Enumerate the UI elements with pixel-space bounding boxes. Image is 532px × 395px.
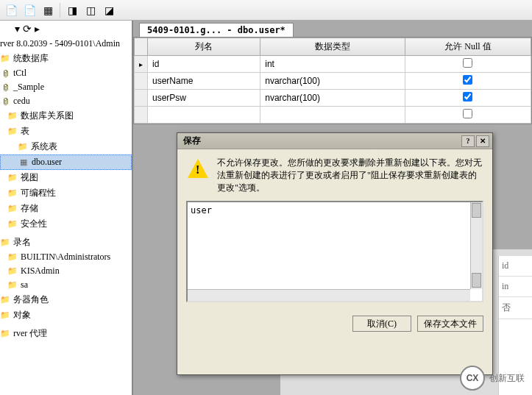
cell-column-name[interactable]: userName [148, 73, 260, 90]
tree-item-label: tCtl [13, 68, 26, 79]
server-label: rver 8.0.2039 - 5409-0101\Admin [0, 38, 120, 49]
tree-item-label: KISAdmin [21, 266, 60, 277]
table-row[interactable]: userPswnvarchar(100) [135, 90, 531, 107]
dialog-button-row: 取消(C) 保存文本文件 [177, 310, 492, 338]
list-scrollbar-horizontal[interactable] [188, 289, 470, 301]
db-icon [0, 96, 10, 107]
scroll-down-icon[interactable] [472, 273, 481, 288]
toolbar-btn-3[interactable]: ▦ [40, 2, 56, 18]
tree-item-label: BUILTIN\Administrators [21, 252, 110, 263]
toolbar-btn-6[interactable]: ◪ [101, 2, 117, 18]
cell-allow-null[interactable] [405, 107, 531, 124]
grid-table: 列名 数据类型 允许 Null 值 idintuserNamenvarchar(… [134, 38, 531, 124]
nav-right-icon[interactable]: ▸ [35, 23, 40, 35]
toolbar-btn-1[interactable]: 📄 [3, 2, 19, 18]
folder-icon [7, 204, 18, 214]
tree-item[interactable]: 系统表 [0, 139, 132, 154]
folder-icon [0, 329, 10, 339]
table-row[interactable] [135, 107, 531, 124]
tab-designer[interactable]: 5409-0101.g... - dbo.user* [139, 23, 294, 37]
tree-item[interactable]: 统数据库 [0, 51, 132, 66]
table-row[interactable]: userNamenvarchar(100) [135, 73, 531, 90]
row-selector[interactable] [135, 90, 148, 107]
dialog-message: 不允许保存更改。您所做的更改要求删除并重新创建以下表。您对无法重新创建的表进行了… [217, 157, 483, 193]
cell-allow-null[interactable] [405, 73, 531, 90]
col-header-type[interactable]: 数据类型 [260, 38, 405, 56]
tree-item[interactable]: 数据库关系图 [0, 108, 132, 124]
db-icon [0, 82, 10, 93]
warning-icon [186, 157, 210, 180]
tree-item[interactable]: BUILTIN\Administrators [0, 250, 132, 264]
allow-null-checkbox[interactable] [463, 75, 472, 85]
cell-data-type[interactable]: int [260, 56, 405, 73]
prop-cell-c: 否 [499, 297, 532, 319]
save-text-file-button[interactable]: 保存文本文件 [417, 316, 483, 332]
tree-item[interactable]: 存储 [0, 201, 132, 216]
logo-text: 创新互联 [489, 372, 525, 385]
list-scrollbar-vertical[interactable] [470, 202, 482, 289]
allow-null-checkbox[interactable] [463, 58, 472, 68]
tree-item[interactable]: 表 [0, 124, 132, 139]
cell-column-name[interactable] [148, 107, 260, 124]
toolbar-btn-4[interactable]: ◨ [64, 2, 80, 18]
folder-icon [7, 111, 18, 121]
help-button[interactable]: ? [461, 135, 475, 147]
tree-item[interactable]: 安全性 [0, 216, 132, 232]
scroll-up-icon[interactable] [472, 203, 481, 218]
col-header-name[interactable]: 列名 [148, 38, 260, 56]
folder-icon [0, 54, 10, 64]
object-explorer: ▾ ⟳ ▸ rver 8.0.2039 - 5409-0101\Admin 统数… [0, 21, 133, 395]
dialog-titlebar[interactable]: 保存 ? ✕ [177, 133, 492, 149]
cell-column-name[interactable]: id [148, 56, 260, 73]
allow-null-checkbox[interactable] [463, 109, 472, 118]
row-selector[interactable] [135, 73, 148, 90]
allow-null-checkbox[interactable] [463, 92, 472, 102]
tree-item[interactable]: 务器角色 [0, 292, 132, 307]
tree-item[interactable]: sa [0, 278, 132, 292]
tree-item[interactable]: 视图 [0, 170, 132, 185]
cell-allow-null[interactable] [405, 56, 531, 73]
tree-item-label: rver 代理 [13, 327, 47, 340]
tree-item[interactable]: 可编程性 [0, 185, 132, 201]
cell-data-type[interactable]: nvarchar(100) [260, 73, 405, 90]
col-header-null[interactable]: 允许 Null 值 [405, 38, 531, 56]
prop-cell-a: id [499, 256, 532, 277]
server-node[interactable]: rver 8.0.2039 - 5409-0101\Admin [0, 37, 132, 51]
close-button[interactable]: ✕ [476, 135, 489, 147]
tree: 统数据库tCtl_Samplecedu数据库关系图表系统表dbo.user视图可… [0, 51, 132, 341]
toolbar: 📄 📄 ▦ ◨ ◫ ◪ [0, 0, 532, 21]
nav-down-icon[interactable]: ▾ [15, 23, 20, 35]
row-selector[interactable] [135, 56, 148, 73]
folder-icon [0, 310, 10, 321]
cell-column-name[interactable]: userPsw [148, 90, 260, 107]
tree-item-label: 系统表 [31, 140, 57, 153]
tree-item-label: 数据库关系图 [21, 110, 74, 122]
cell-data-type[interactable] [260, 107, 405, 124]
tree-item[interactable]: dbo.user [0, 154, 132, 170]
table-icon [18, 157, 29, 168]
cell-data-type[interactable]: nvarchar(100) [260, 90, 405, 107]
tree-item[interactable]: 对象 [0, 307, 132, 323]
tree-item[interactable]: tCtl [0, 66, 132, 80]
tree-item-label: 务器角色 [13, 293, 49, 306]
folder-icon [0, 238, 10, 248]
cell-allow-null[interactable] [405, 90, 531, 107]
row-header-blank [135, 38, 148, 56]
tree-item-label: 统数据库 [13, 52, 49, 65]
row-selector[interactable] [135, 107, 148, 124]
nav-controls: ▾ ⟳ ▸ [0, 21, 132, 37]
tree-item[interactable]: rver 代理 [0, 326, 132, 341]
table-row[interactable]: idint [135, 56, 531, 73]
tree-item[interactable]: 录名 [0, 235, 132, 250]
toolbar-btn-5[interactable]: ◫ [82, 2, 99, 18]
user-icon [7, 252, 18, 263]
affected-tables-list[interactable]: user [186, 201, 483, 302]
dialog-body: 不允许保存更改。您所做的更改要求删除并重新创建以下表。您对无法重新创建的表进行了… [177, 149, 492, 310]
user-icon [7, 266, 18, 277]
tree-item[interactable]: _Sample [0, 80, 132, 94]
cancel-button[interactable]: 取消(C) [352, 316, 411, 332]
tree-item[interactable]: cedu [0, 94, 132, 108]
tree-item[interactable]: KISAdmin [0, 264, 132, 278]
toolbar-btn-2[interactable]: 📄 [21, 2, 38, 18]
nav-refresh-icon[interactable]: ⟳ [23, 23, 32, 35]
